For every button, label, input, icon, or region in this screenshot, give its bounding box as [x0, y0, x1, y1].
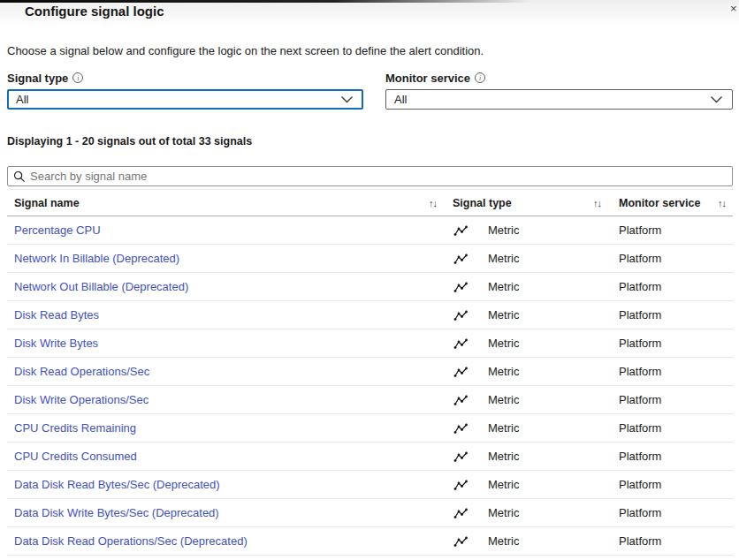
signal-type-cell: Metric: [453, 506, 619, 519]
metric-sparkline-icon: [453, 224, 469, 237]
signal-type-value: Metric: [488, 478, 519, 491]
metric-sparkline-icon: [453, 479, 469, 491]
metric-sparkline-icon: [453, 281, 469, 293]
signal-name-cell: Data Disk Read Operations/Sec (Deprecate…: [7, 534, 453, 548]
signal-type-cell: Metric: [453, 393, 619, 406]
signal-type-value: Metric: [488, 506, 519, 519]
monitor-service-value: Platform: [619, 421, 733, 435]
signal-name-cell: Network Out Billable (Deprecated): [7, 280, 453, 293]
table-row[interactable]: Disk Write Bytes Metric Platform: [7, 329, 733, 358]
monitor-service-dropdown[interactable]: All: [385, 89, 733, 110]
signal-name-link[interactable]: Disk Read Bytes: [14, 308, 99, 322]
signal-type-cell: Metric: [453, 337, 619, 350]
metric-sparkline-icon: [453, 337, 469, 350]
signal-type-label: Signal type i: [7, 71, 363, 85]
signal-name-link[interactable]: Disk Write Bytes: [14, 337, 98, 350]
signal-name-link[interactable]: CPU Credits Remaining: [14, 421, 136, 435]
signal-name-link[interactable]: CPU Credits Consumed: [14, 450, 137, 463]
metric-sparkline-icon: [453, 309, 469, 322]
monitor-service-filter: Monitor service i All: [385, 71, 733, 110]
signal-name-cell: Disk Read Bytes: [7, 308, 453, 322]
signal-type-filter: Signal type i All: [7, 71, 363, 110]
signal-type-value: Metric: [488, 223, 519, 237]
signals-table: Signal name ↑↓ Signal type ↑↓ Monitor se…: [7, 189, 733, 556]
signal-type-cell: Metric: [453, 252, 619, 265]
table-row[interactable]: Network Out Billable (Deprecated) Metric…: [7, 273, 733, 301]
signal-type-dropdown[interactable]: All: [7, 89, 363, 110]
signal-type-cell: Metric: [453, 534, 619, 548]
table-row[interactable]: CPU Credits Remaining Metric Platform: [7, 414, 733, 443]
info-icon[interactable]: i: [72, 72, 83, 83]
page-title: Configure signal logic: [25, 4, 164, 19]
monitor-service-value: All: [394, 93, 407, 106]
table-row[interactable]: Disk Read Operations/Sec Metric Platform: [7, 358, 733, 386]
search-input[interactable]: [30, 170, 727, 183]
sort-icon[interactable]: ↑↓: [429, 198, 437, 208]
signal-name-link[interactable]: Disk Write Operations/Sec: [14, 393, 149, 406]
table-row[interactable]: Data Disk Write Bytes/Sec (Deprecated) M…: [7, 499, 733, 527]
signal-type-value: Metric: [488, 365, 519, 378]
table-row[interactable]: Percentage CPU Metric Platform: [7, 216, 733, 245]
column-label: Monitor service: [619, 197, 700, 209]
signal-type-value: Metric: [488, 393, 519, 406]
chevron-down-icon: [710, 95, 723, 103]
signal-type-cell: Metric: [453, 421, 619, 435]
signal-name-link[interactable]: Data Disk Read Bytes/Sec (Deprecated): [14, 478, 220, 491]
filter-row: Signal type i All Monitor service i All: [7, 71, 733, 110]
signal-name-link[interactable]: Network Out Billable (Deprecated): [14, 280, 188, 293]
search-box[interactable]: [7, 166, 733, 186]
table-row[interactable]: Data Disk Read Bytes/Sec (Deprecated) Me…: [7, 471, 733, 499]
metric-sparkline-icon: [453, 366, 469, 378]
table-row[interactable]: Disk Write Operations/Sec Metric Platfor…: [7, 386, 733, 414]
signal-type-cell: Metric: [453, 450, 619, 463]
info-icon[interactable]: i: [475, 72, 485, 83]
monitor-service-value: Platform: [619, 450, 733, 463]
monitor-service-label: Monitor service i: [385, 71, 733, 85]
table-row[interactable]: Disk Read Bytes Metric Platform: [7, 301, 733, 329]
monitor-service-label-text: Monitor service: [385, 72, 470, 85]
signal-type-cell: Metric: [453, 478, 619, 491]
metric-sparkline-icon: [453, 507, 469, 519]
table-row[interactable]: Network In Billable (Deprecated) Metric …: [7, 245, 733, 273]
monitor-service-value: Platform: [619, 280, 733, 293]
signal-type-cell: Metric: [453, 308, 619, 322]
signal-type-value: Metric: [488, 308, 519, 322]
sort-icon[interactable]: ↑↓: [718, 198, 726, 208]
signal-name-cell: Data Disk Write Bytes/Sec (Deprecated): [7, 506, 453, 519]
signal-name-cell: Network In Billable (Deprecated): [7, 252, 453, 265]
signal-type-value: Metric: [488, 534, 519, 548]
sort-icon[interactable]: ↑↓: [593, 198, 601, 208]
table-row[interactable]: CPU Credits Consumed Metric Platform: [7, 443, 733, 471]
metric-sparkline-icon: [453, 253, 469, 265]
signal-name-link[interactable]: Disk Read Operations/Sec: [14, 365, 149, 378]
table-body: Percentage CPU Metric Platform Network I…: [7, 216, 733, 556]
signal-type-value: Metric: [488, 337, 519, 350]
signal-name-link[interactable]: Percentage CPU: [14, 223, 101, 237]
monitor-service-value: Platform: [619, 365, 733, 378]
table-row[interactable]: Data Disk Read Operations/Sec (Deprecate…: [7, 527, 733, 556]
column-label: Signal type: [453, 197, 512, 209]
column-header-signal-type[interactable]: Signal type ↑↓: [453, 197, 619, 209]
signal-type-cell: Metric: [453, 223, 619, 237]
monitor-service-value: Platform: [619, 337, 733, 350]
signal-type-value: All: [16, 93, 28, 106]
search-icon: [13, 170, 26, 183]
signal-type-cell: Metric: [453, 365, 619, 378]
column-header-signal-name[interactable]: Signal name ↑↓: [7, 197, 453, 209]
signal-type-value: Metric: [488, 450, 519, 463]
chevron-down-icon: [340, 95, 354, 103]
signal-name-cell: Disk Write Operations/Sec: [7, 393, 453, 406]
metric-sparkline-icon: [453, 394, 469, 406]
pane-content: Choose a signal below and configure the …: [0, 44, 739, 556]
signal-name-link[interactable]: Data Disk Read Operations/Sec (Deprecate…: [14, 534, 248, 548]
signal-name-link[interactable]: Data Disk Write Bytes/Sec (Deprecated): [14, 506, 219, 519]
results-summary: Displaying 1 - 20 signals out of total 3…: [7, 135, 733, 148]
column-header-monitor-service[interactable]: Monitor service ↑↓: [619, 197, 733, 209]
metric-sparkline-icon: [453, 422, 469, 435]
close-icon[interactable]: ×: [730, 2, 739, 16]
signal-type-cell: Metric: [453, 280, 619, 293]
signal-name-link[interactable]: Network In Billable (Deprecated): [14, 252, 179, 265]
signal-name-cell: Percentage CPU: [7, 223, 453, 237]
signal-name-cell: CPU Credits Remaining: [7, 421, 453, 435]
monitor-service-value: Platform: [619, 534, 733, 548]
